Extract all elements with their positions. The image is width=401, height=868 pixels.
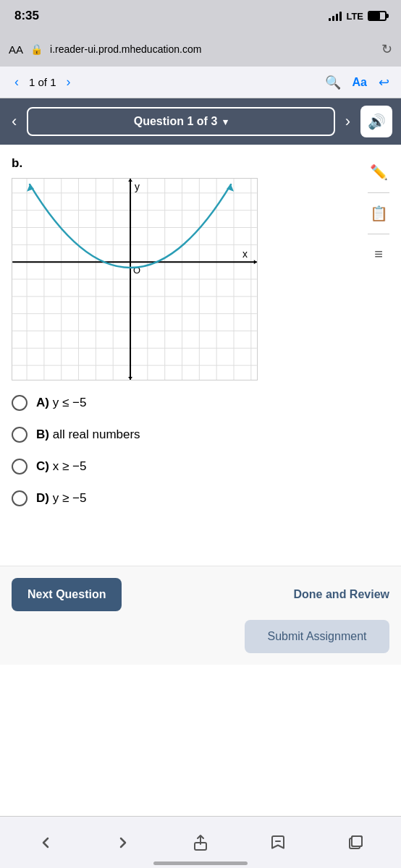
part-label: b. [12, 156, 360, 171]
option-answer-b: all real numbers [53, 427, 140, 441]
radio-option-c[interactable] [12, 459, 28, 475]
bookmarks-button[interactable] [260, 825, 296, 861]
status-bar: 8:35 LTE [0, 0, 401, 32]
graph-container: x y O [12, 178, 258, 380]
browser-toolbar: ‹ 1 of 1 › 🔍 Aa ↩ [0, 67, 401, 98]
address-bar: AA 🔒 i.reader-ui.prod.mheducation.com ↻ [0, 32, 401, 67]
option-text-d: D) y ≥ −5 [36, 491, 86, 506]
share-button[interactable] [182, 825, 219, 861]
option-row-b: B) all real numbers [12, 427, 389, 443]
bottom-action-bar: Next Question Done and Review [0, 566, 401, 620]
browser-back-button[interactable]: ↩ [379, 75, 389, 90]
status-icons: LTE [329, 11, 387, 22]
radio-option-a[interactable] [12, 395, 28, 411]
question-next-button[interactable]: › [342, 112, 353, 131]
lock-icon: 🔒 [30, 43, 43, 55]
option-label-a: A) [36, 396, 53, 409]
next-question-button[interactable]: Next Question [12, 578, 122, 611]
option-text-a: A) y ≤ −5 [36, 396, 86, 410]
nav-prev-button[interactable]: ‹ [12, 73, 22, 91]
svg-text:x: x [242, 248, 248, 260]
question-back-button[interactable]: ‹ [9, 112, 20, 131]
bottom-nav [0, 816, 401, 868]
tabs-button[interactable] [337, 825, 373, 861]
tool-divider-2 [368, 234, 389, 234]
answer-options: A) y ≤ −5 B) all real numbers C) x ≥ −5 … [0, 380, 401, 537]
refresh-icon[interactable]: ↻ [381, 41, 392, 57]
option-row-d: D) y ≥ −5 [12, 490, 389, 506]
nav-controls: ‹ 1 of 1 › [12, 73, 74, 91]
highlight-tool-button[interactable]: ≡ [374, 246, 383, 263]
svg-rect-38 [352, 836, 362, 846]
battery-icon [368, 11, 387, 21]
main-content: b. [0, 145, 401, 380]
submit-row: Submit Assignment [0, 620, 401, 665]
page-indicator: 1 of 1 [29, 76, 56, 88]
browser-forward-nav-button[interactable] [105, 825, 141, 861]
browser-back-nav-button[interactable] [28, 825, 64, 861]
option-text-b: B) all real numbers [36, 427, 140, 442]
dropdown-arrow-icon: ▾ [223, 116, 228, 127]
question-dropdown[interactable]: Question 1 of 3 ▾ [27, 107, 334, 136]
done-review-button[interactable]: Done and Review [294, 588, 389, 601]
speaker-icon: 🔊 [368, 113, 386, 130]
option-answer-a: y ≤ −5 [53, 396, 87, 409]
toolbar-right: 🔍 Aa ↩ [325, 75, 389, 90]
option-label-b: B) [36, 427, 53, 441]
lte-label: LTE [346, 11, 363, 22]
status-time: 8:35 [14, 9, 39, 23]
signal-icon [329, 11, 342, 21]
svg-text:y: y [135, 181, 140, 192]
content-area: b. [12, 156, 360, 380]
option-answer-d: y ≥ −5 [53, 491, 87, 505]
graph-svg: x y O [12, 179, 257, 380]
url-field[interactable]: i.reader-ui.prod.mheducation.com [50, 43, 374, 55]
header-tools: 🔊 [360, 106, 392, 137]
home-indicator [153, 861, 248, 865]
option-text-c: C) x ≥ −5 [36, 459, 86, 474]
text-tool-button[interactable]: 📋 [370, 205, 388, 222]
radio-option-b[interactable] [12, 427, 28, 443]
font-button[interactable]: Aa [353, 76, 367, 89]
option-answer-c: x ≥ −5 [53, 459, 87, 473]
svg-marker-28 [128, 179, 132, 182]
side-tools: ✏️ 📋 ≡ [368, 156, 389, 380]
option-label-c: C) [36, 459, 53, 473]
nav-next-button[interactable]: › [64, 73, 74, 91]
option-row-a: A) y ≤ −5 [12, 395, 389, 411]
svg-marker-27 [254, 260, 257, 264]
tool-divider-1 [368, 192, 389, 193]
question-header: ‹ Question 1 of 3 ▾ › 🔊 [0, 98, 401, 145]
pencil-tool-button[interactable]: ✏️ [370, 163, 388, 181]
submit-assignment-button[interactable]: Submit Assignment [245, 620, 389, 653]
radio-option-d[interactable] [12, 490, 28, 506]
option-row-c: C) x ≥ −5 [12, 459, 389, 475]
search-button[interactable]: 🔍 [325, 75, 341, 90]
aa-label: AA [9, 43, 23, 56]
bookmark-button[interactable]: 🔊 [360, 106, 392, 137]
question-label: Question 1 of 3 [134, 115, 218, 128]
svg-marker-29 [128, 377, 132, 380]
option-label-d: D) [36, 491, 53, 505]
